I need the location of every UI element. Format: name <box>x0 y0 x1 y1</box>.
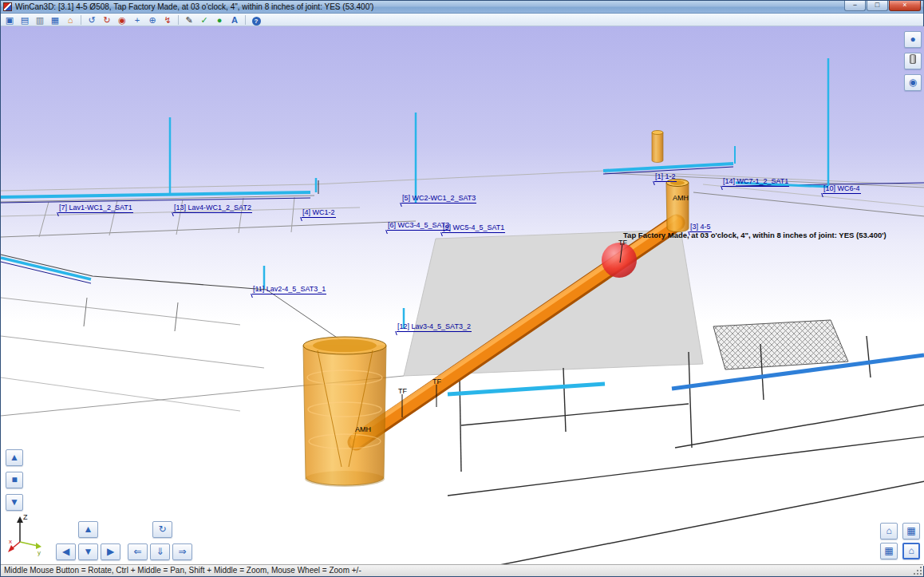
status-bar: Middle Mouse Button = Rotate, Ctrl + Mid… <box>1 564 923 576</box>
view-preset-grid: ⌂ ▦ ▦ ⌂ <box>880 523 922 559</box>
pipe-label[interactable]: [11] Lav2-4_5_SAT3_1 <box>252 285 326 294</box>
axis-y-label: y <box>38 549 41 556</box>
help-icon[interactable]: ? <box>250 14 263 26</box>
defect-marker[interactable] <box>602 243 637 278</box>
pipe-label[interactable]: [9] WC5-4_5_SAT1 <box>442 223 505 233</box>
title-bar[interactable]: WinCan3D: [3.1] 4-5 Ø508, Tap Factory Ma… <box>1 1 923 14</box>
check-icon[interactable]: ✓ <box>198 14 211 26</box>
amh-marker: AMH <box>355 425 371 433</box>
tf-marker: TF <box>398 387 407 395</box>
toolbar-separator <box>245 15 246 25</box>
render-mode-stack: ● ◉ <box>904 31 922 91</box>
pipe-label[interactable]: [13] Lav4-WC1_2_SAT2 <box>173 204 252 213</box>
render-cylinder-button[interactable] <box>904 53 922 69</box>
pipe-label[interactable]: [4] WC1-2 <box>302 208 336 218</box>
resize-grip[interactable] <box>913 566 922 575</box>
help-glyph: ? <box>252 17 261 26</box>
pan-up-button[interactable]: ▲ <box>78 521 98 538</box>
pan-row: ◀ ▼ ▶ <box>56 543 120 560</box>
pipe-label[interactable]: [5] WC2-WC1_2_SAT3 <box>401 194 476 204</box>
save-icon[interactable]: ▤ <box>18 14 31 26</box>
pipe-label[interactable]: [10] WC6-4 <box>823 184 861 194</box>
export-icon[interactable]: ▦ <box>49 14 61 26</box>
move-up-button[interactable]: ▲ <box>6 449 23 466</box>
tilt-rotate-button[interactable]: ↻ <box>152 521 172 538</box>
pan-down-button[interactable]: ▼ <box>78 543 98 560</box>
window-controls: − □ × <box>844 1 921 11</box>
tf-marker: TF <box>618 239 627 247</box>
status-text: Middle Mouse Button = Rotate, Ctrl + Mid… <box>4 566 361 575</box>
tiles-orange-button[interactable]: ▦ <box>902 523 920 539</box>
print-icon[interactable]: ▥ <box>34 14 46 26</box>
manhole-left[interactable] <box>303 337 386 487</box>
pipe-label[interactable]: [6] WC3-4_5_SAT3 <box>387 221 450 231</box>
home-view-button[interactable]: ⌂ <box>880 523 898 539</box>
window-title: WinCan3D: [3.1] 4-5 Ø508, Tap Factory Ma… <box>15 2 373 11</box>
app-window: WinCan3D: [3.1] 4-5 Ø508, Tap Factory Ma… <box>0 0 924 577</box>
minimize-button[interactable]: − <box>844 1 866 11</box>
stop-button[interactable]: ■ <box>6 472 23 488</box>
render-sphere-button[interactable]: ● <box>904 31 922 48</box>
home-current-button[interactable]: ⌂ <box>902 543 920 559</box>
tiles-red-button[interactable]: ▦ <box>880 543 898 559</box>
text-label-icon[interactable]: A <box>228 14 241 26</box>
axis-x-label: x <box>9 538 12 545</box>
move-stack: ▲ ■ ▼ <box>6 449 23 511</box>
center-view-icon[interactable]: ⊕ <box>146 14 159 26</box>
view-layout-icon[interactable]: ▣ <box>3 14 16 26</box>
main-toolbar: ▣ ▤ ▥ ▦ ⌂ ↺ ↻ ◉ + ⊕ ↯ ✎ ✓ ● A ? <box>1 14 923 26</box>
defect-annotation: Tap Factory Made, at 03 o'clock, 4", wit… <box>623 231 886 239</box>
cylinder-icon <box>910 54 916 64</box>
maximize-button[interactable]: □ <box>867 1 888 11</box>
cleanout-stack[interactable] <box>652 131 663 163</box>
scene-3d[interactable] <box>1 26 924 566</box>
amh-marker: AMH <box>673 194 689 202</box>
move-down-button[interactable]: ▼ <box>6 494 23 511</box>
toolbar-separator <box>178 15 179 25</box>
toolbar-separator <box>81 15 81 25</box>
target-icon[interactable]: ◉ <box>116 14 128 26</box>
pipe-label[interactable]: [12] Lav3-4_5_SAT3_2 <box>397 322 472 332</box>
tilt-down-button[interactable]: ⇓ <box>150 543 170 560</box>
draw-icon[interactable]: ✎ <box>183 14 195 26</box>
tilt-row: ⇐ ⇓ ⇒ <box>128 543 192 560</box>
tilt-right-button[interactable]: ⇒ <box>172 543 192 560</box>
viewport-3d[interactable]: [7] Lav1-WC1_2_SAT1 [13] Lav4-WC1_2_SAT2… <box>1 26 924 566</box>
pipe-label[interactable]: [7] Lav1-WC1_2_SAT1 <box>58 204 133 213</box>
tilt-left-button[interactable]: ⇐ <box>128 543 148 560</box>
sphere-icon[interactable]: ● <box>213 14 226 26</box>
close-button[interactable]: × <box>889 1 921 11</box>
manhole-right[interactable] <box>666 180 689 232</box>
axis-z-label: Z <box>23 513 28 521</box>
pan-right-button[interactable]: ▶ <box>101 543 120 560</box>
rotate-cw-icon[interactable]: ↻ <box>101 14 113 26</box>
pipe-label[interactable]: [14] WC7-1_2_SAT1 <box>722 177 789 187</box>
render-shaded-button[interactable]: ◉ <box>904 74 922 91</box>
connect-icon[interactable]: ↯ <box>161 14 174 26</box>
rotate-ccw-icon[interactable]: ↺ <box>85 14 98 26</box>
home-icon[interactable]: ⌂ <box>64 14 77 26</box>
tf-marker: TF <box>432 377 441 385</box>
app-icon <box>3 2 12 11</box>
axis-indicator: Z x y <box>7 510 45 559</box>
pan-icon[interactable]: + <box>131 14 144 26</box>
pipe-label[interactable]: [1] 1-2 <box>654 172 677 182</box>
pan-left-button[interactable]: ◀ <box>56 543 76 560</box>
